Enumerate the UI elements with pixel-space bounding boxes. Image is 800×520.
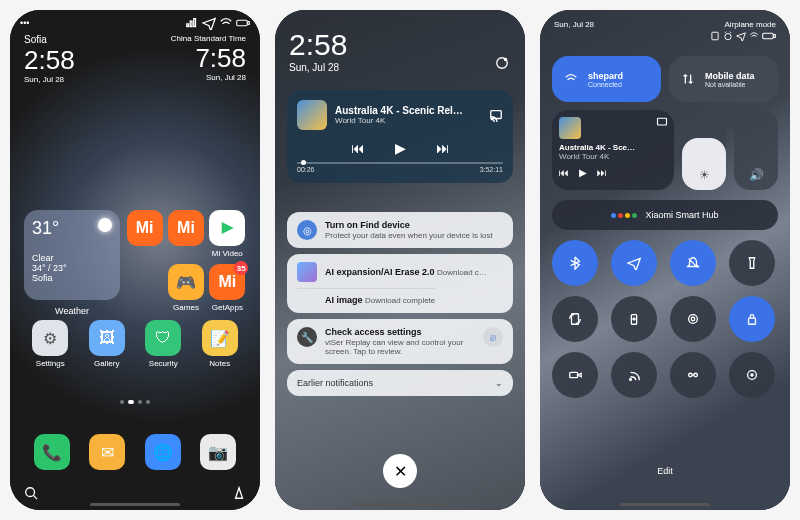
signal-icon: [185, 16, 199, 30]
home-indicator[interactable]: [90, 503, 180, 506]
airplane-icon: [736, 31, 746, 41]
dock-camera[interactable]: 📷: [191, 434, 247, 470]
app-mi-1[interactable]: Mi: [126, 210, 163, 258]
notif-body: Protect your data even when your device …: [325, 231, 503, 240]
clock-time-left: 2:58: [24, 47, 75, 73]
home-indicator[interactable]: [355, 503, 445, 506]
notif-access-settings[interactable]: 🔧 Check access settings viSer Replay can…: [287, 319, 513, 364]
shade-date: Sun, Jul 28: [289, 62, 347, 73]
search-icon[interactable]: [24, 486, 38, 500]
wifi-icon: [219, 16, 233, 30]
home-screen: ••• Sofia 2:58 Sun, Jul 28 China Standar…: [10, 10, 260, 510]
hub-label: Xiaomi Smart Hub: [645, 210, 718, 220]
app-security[interactable]: 🛡Security: [137, 320, 190, 368]
weather-range: 34° / 23°: [32, 263, 112, 273]
drawer-icon[interactable]: [232, 486, 246, 500]
weather-cond: Clear: [32, 253, 112, 263]
cast-badge-icon: ⎚: [483, 327, 503, 347]
dnd-toggle[interactable]: [670, 240, 716, 286]
chevron-down-icon: ⌄: [495, 378, 503, 388]
svg-point-21: [750, 373, 754, 377]
dock-phone[interactable]: 📞: [24, 434, 80, 470]
darkmode-toggle[interactable]: [670, 296, 716, 342]
app-games[interactable]: 🎮Games: [167, 264, 204, 312]
page-indicator: [10, 400, 260, 404]
cc-media-title: Australia 4K - Sce…: [559, 143, 667, 152]
screenshot-toggle[interactable]: [729, 352, 775, 398]
media-scrubber[interactable]: [297, 162, 503, 164]
mobile-data-tile[interactable]: Mobile data Not available: [669, 56, 778, 102]
flashlight-toggle[interactable]: [729, 240, 775, 286]
svg-rect-15: [749, 318, 756, 324]
weather-city: Sofia: [32, 273, 112, 283]
brightness-slider[interactable]: ☀: [682, 110, 726, 190]
dual-clock-widget[interactable]: Sofia 2:58 Sun, Jul 28 China Standard Ti…: [24, 34, 246, 84]
svg-point-13: [689, 315, 698, 324]
svg-point-7: [725, 34, 731, 40]
app-grid-bottom: ⚙Settings 🖼Gallery 🛡Security 📝Notes: [24, 320, 246, 368]
brightness-icon: ☀: [699, 168, 710, 182]
volume-slider[interactable]: 🔊: [734, 110, 778, 190]
lock-toggle[interactable]: [729, 296, 775, 342]
cast-icon[interactable]: [489, 108, 503, 122]
media-subtitle: World Tour 4K: [335, 116, 463, 125]
battery-saver-toggle[interactable]: [611, 296, 657, 342]
notif-ai-download[interactable]: AI expansion/AI Erase 2.0 Download c… AI…: [287, 254, 513, 313]
svg-rect-10: [658, 118, 667, 125]
weather-widget[interactable]: 31° Clear 34° / 23° Sofia: [24, 210, 120, 300]
airplane-toggle[interactable]: [611, 240, 657, 286]
bluetooth-toggle[interactable]: [552, 240, 598, 286]
record-toggle[interactable]: [552, 352, 598, 398]
clock-tz-right: China Standard Time: [166, 34, 246, 43]
notif-find-device[interactable]: ◎ Turn on Find device Protect your data …: [287, 212, 513, 248]
next-button[interactable]: ⏭: [436, 140, 450, 156]
hotspot-toggle[interactable]: [670, 352, 716, 398]
status-more-icon: •••: [20, 18, 29, 28]
dock-messages[interactable]: ✉: [80, 434, 136, 470]
app-mi-video[interactable]: Mi Video: [209, 210, 246, 258]
svg-point-17: [630, 379, 632, 381]
next-button[interactable]: ⏭: [597, 167, 607, 178]
app-mi-2[interactable]: Mi: [167, 210, 204, 258]
sun-icon: [98, 218, 112, 232]
autorotate-toggle[interactable]: [552, 296, 598, 342]
cast-icon[interactable]: [656, 116, 668, 128]
app-settings[interactable]: ⚙Settings: [24, 320, 77, 368]
media-player-card[interactable]: Australia 4K - Scenic Rel… World Tour 4K…: [287, 90, 513, 183]
edit-button[interactable]: Edit: [645, 462, 685, 480]
volume-icon: 🔊: [749, 168, 764, 182]
svg-point-19: [694, 373, 698, 377]
play-button[interactable]: ▶: [395, 140, 406, 156]
play-button[interactable]: ▶: [579, 167, 587, 178]
cc-media-thumb: [559, 117, 581, 139]
cc-mode: Airplane mode: [710, 20, 776, 29]
media-elapsed: 00:26: [297, 166, 315, 173]
app-notes[interactable]: 📝Notes: [194, 320, 247, 368]
previous-button[interactable]: ⏮: [559, 167, 569, 178]
home-indicator[interactable]: [620, 503, 710, 506]
settings-shortcut-icon[interactable]: [493, 54, 511, 72]
battery-icon: [236, 16, 250, 30]
media-total: 3:52:11: [480, 166, 503, 173]
wifi-tile-title: shepard: [588, 71, 623, 81]
svg-rect-9: [774, 35, 775, 38]
radar-icon: ◎: [297, 220, 317, 240]
cc-media-card[interactable]: Australia 4K - Sce… World Tour 4K ⏮ ▶ ⏭: [552, 110, 674, 190]
cc-media-sub: World Tour 4K: [559, 152, 667, 161]
cast-toggle[interactable]: [611, 352, 657, 398]
media-title: Australia 4K - Scenic Rel…: [335, 105, 463, 116]
app-gallery[interactable]: 🖼Gallery: [81, 320, 134, 368]
earlier-notifications[interactable]: Earlier notifications ⌄: [287, 370, 513, 396]
close-button[interactable]: ✕: [383, 454, 417, 488]
app-getapps[interactable]: Mi35GetApps: [209, 264, 246, 312]
notif-title: Turn on Find device: [325, 220, 503, 230]
svg-point-14: [691, 317, 695, 321]
smart-hub-bar[interactable]: Xiaomi Smart Hub: [552, 200, 778, 230]
ai-line1-title: AI expansion/AI Erase 2.0: [325, 267, 435, 277]
previous-button[interactable]: ⏮: [351, 140, 365, 156]
bottom-bar: [24, 486, 246, 500]
media-thumbnail: [297, 100, 327, 130]
shade-clock: 2:58 Sun, Jul 28: [289, 28, 347, 73]
wifi-tile[interactable]: shepard Connected: [552, 56, 661, 102]
dock-browser[interactable]: 🌐: [135, 434, 191, 470]
